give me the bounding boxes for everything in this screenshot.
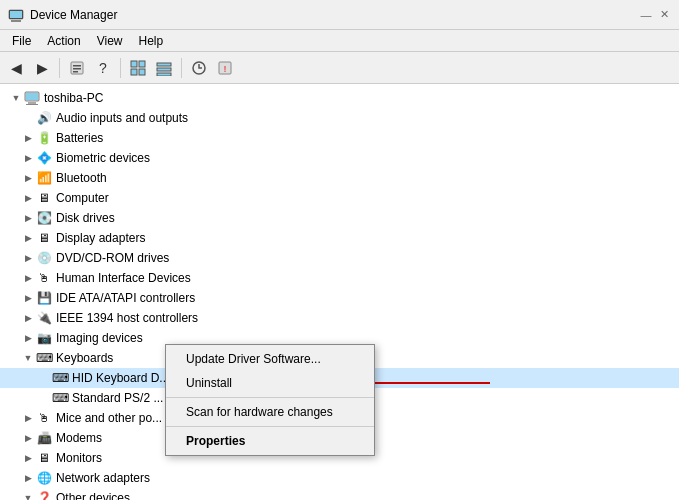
tree-toggle[interactable] [20, 110, 36, 126]
tree-item[interactable]: ▶ 🔌 IEEE 1394 host controllers [0, 308, 679, 328]
tree-label: Modems [56, 431, 102, 445]
context-menu-item-0[interactable]: Update Driver Software... [166, 347, 374, 371]
tree-toggle[interactable]: ▼ [20, 350, 36, 366]
toolbar-scan[interactable] [187, 56, 211, 80]
window-title: Device Manager [30, 8, 639, 22]
tree-label: Mice and other po... [56, 411, 162, 425]
toolbar-sep-3 [181, 58, 182, 78]
svg-rect-20 [26, 104, 38, 105]
toolbar-view2[interactable] [152, 56, 176, 80]
tree-toggle[interactable]: ▶ [20, 230, 36, 246]
tree-item[interactable]: ▶ 📶 Bluetooth [0, 168, 679, 188]
tree-item[interactable]: ▶ 🖥 Computer [0, 188, 679, 208]
context-menu-item-3[interactable]: Properties [166, 429, 374, 453]
device-icon: ⌨ [52, 390, 68, 406]
root-toggle[interactable]: ▼ [8, 90, 24, 106]
menu-view[interactable]: View [89, 32, 131, 50]
svg-rect-11 [157, 63, 171, 66]
tree-label: Batteries [56, 131, 103, 145]
tree-item[interactable]: ▶ 🖱 Human Interface Devices [0, 268, 679, 288]
device-icon: ⌨ [52, 370, 68, 386]
toolbar: ◀ ▶ ? ! [0, 52, 679, 84]
context-menu-separator [166, 426, 374, 427]
toolbar-properties[interactable] [65, 56, 89, 80]
device-icon: 🖥 [36, 450, 52, 466]
root-label: toshiba-PC [44, 91, 103, 105]
menu-action[interactable]: Action [39, 32, 88, 50]
svg-text:!: ! [224, 64, 227, 74]
toolbar-view1[interactable] [126, 56, 150, 80]
tree-toggle[interactable]: ▶ [20, 270, 36, 286]
tree-label: Biometric devices [56, 151, 150, 165]
svg-rect-10 [139, 69, 145, 75]
toolbar-help[interactable]: ? [91, 56, 115, 80]
context-menu-separator [166, 397, 374, 398]
tree-toggle[interactable]: ▶ [20, 170, 36, 186]
tree-toggle[interactable]: ▶ [20, 330, 36, 346]
tree-toggle[interactable]: ▶ [20, 190, 36, 206]
svg-rect-12 [157, 68, 171, 71]
tree-toggle[interactable]: ▶ [20, 250, 36, 266]
device-icon: 🔊 [36, 110, 52, 126]
tree-toggle[interactable]: ▶ [20, 290, 36, 306]
tree-label: HID Keyboard D... [72, 371, 169, 385]
tree-label: Bluetooth [56, 171, 107, 185]
tree-toggle[interactable]: ▶ [20, 150, 36, 166]
toolbar-forward[interactable]: ▶ [30, 56, 54, 80]
tree-item[interactable]: ▶ 🌐 Network adapters [0, 468, 679, 488]
device-icon: 💾 [36, 290, 52, 306]
context-menu-item-2[interactable]: Scan for hardware changes [166, 400, 374, 424]
close-button[interactable]: ✕ [657, 8, 671, 22]
tree-label: Computer [56, 191, 109, 205]
minimize-button[interactable]: — [639, 8, 653, 22]
toolbar-sep-1 [59, 58, 60, 78]
tree-toggle[interactable]: ▶ [20, 430, 36, 446]
menu-help[interactable]: Help [131, 32, 172, 50]
tree-item[interactable]: ▶ 🔋 Batteries [0, 128, 679, 148]
tree-item[interactable]: 🔊 Audio inputs and outputs [0, 108, 679, 128]
tree-toggle[interactable]: ▶ [20, 210, 36, 226]
tree-item[interactable]: ▶ 💿 DVD/CD-ROM drives [0, 248, 679, 268]
svg-rect-1 [11, 20, 21, 22]
svg-rect-13 [157, 73, 171, 76]
tree-label: Monitors [56, 451, 102, 465]
tree-toggle[interactable]: ▶ [20, 310, 36, 326]
tree-label: Other devices [56, 491, 130, 500]
context-menu-item-1[interactable]: Uninstall [166, 371, 374, 395]
title-bar: Device Manager — ✕ [0, 0, 679, 30]
svg-rect-7 [131, 61, 137, 67]
device-icon: 📷 [36, 330, 52, 346]
tree-toggle[interactable]: ▶ [20, 470, 36, 486]
tree-label: Display adapters [56, 231, 145, 245]
menu-bar: File Action View Help [0, 30, 679, 52]
tree-label: IDE ATA/ATAPI controllers [56, 291, 195, 305]
menu-file[interactable]: File [4, 32, 39, 50]
tree-item[interactable]: ▶ 💽 Disk drives [0, 208, 679, 228]
toolbar-back[interactable]: ◀ [4, 56, 28, 80]
svg-rect-9 [131, 69, 137, 75]
tree-toggle[interactable]: ▶ [20, 450, 36, 466]
device-icon: 🔋 [36, 130, 52, 146]
main-content: ▼ toshiba-PC 🔊 Audio inputs and outputs … [0, 84, 679, 500]
toolbar-update[interactable]: ! [213, 56, 237, 80]
svg-rect-2 [10, 11, 22, 18]
tree-root[interactable]: ▼ toshiba-PC [0, 88, 679, 108]
window-controls: — ✕ [639, 8, 671, 22]
tree-label: DVD/CD-ROM drives [56, 251, 169, 265]
tree-item[interactable]: ▶ 💾 IDE ATA/ATAPI controllers [0, 288, 679, 308]
tree-item[interactable]: ▶ 🖥 Display adapters [0, 228, 679, 248]
tree-toggle[interactable]: ▶ [20, 130, 36, 146]
svg-rect-19 [28, 102, 36, 104]
tree-toggle[interactable] [36, 390, 52, 406]
tree-label: Standard PS/2 ... [72, 391, 163, 405]
tree-item[interactable]: ▼ ❓ Other devices [0, 488, 679, 500]
computer-icon [24, 90, 40, 106]
tree-toggle[interactable]: ▶ [20, 410, 36, 426]
device-icon: 💽 [36, 210, 52, 226]
tree-item[interactable]: ▶ 💠 Biometric devices [0, 148, 679, 168]
tree-toggle[interactable]: ▼ [20, 490, 36, 500]
context-menu[interactable]: Update Driver Software...UninstallScan f… [165, 344, 375, 456]
device-icon: ⌨ [36, 350, 52, 366]
tree-toggle[interactable] [36, 370, 52, 386]
device-icon: 🖱 [36, 410, 52, 426]
